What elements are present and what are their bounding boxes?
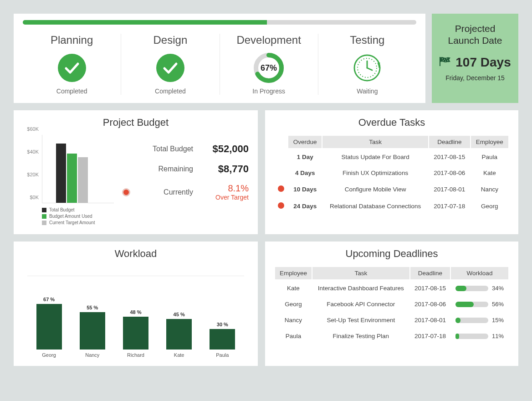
budget-legend: Total BudgetBudget Amount UsedCurrent Ta… <box>42 207 114 226</box>
workload-value: 48 % <box>118 309 154 315</box>
budget-bar <box>67 154 77 203</box>
top-row: Planning Completed Design Completed Deve… <box>14 14 518 103</box>
workload-value: 67 % <box>31 297 67 302</box>
upcoming-employee: Georg <box>275 296 312 312</box>
svg-point-15 <box>447 60 448 61</box>
phase-title: Design <box>125 34 215 46</box>
svg-point-1 <box>156 54 184 82</box>
over-target-text: Over Target <box>215 194 249 201</box>
overdue-employee: Nancy <box>471 181 509 198</box>
launch-days-row: 107 Days <box>436 55 514 70</box>
overdue-task: Status Update For Board <box>322 149 429 165</box>
budget-chart: $0K$20K$40K$60K Total BudgetBudget Amoun… <box>23 135 114 226</box>
alert-dot-icon <box>278 185 284 192</box>
upcoming-deadline: 2017-07-18 <box>410 328 450 344</box>
table-row: 10 Days Configure Mobile View 2017-08-01… <box>274 181 509 198</box>
check-icon <box>125 52 215 84</box>
upcoming-table: EmployeeTaskDeadlineWorkload Kate Intera… <box>274 266 509 344</box>
svg-line-8 <box>367 68 372 70</box>
legend-item: Current Target Amount <box>42 220 114 226</box>
workload-name: Richard <box>118 352 154 358</box>
overdue-deadline: 2017-07-18 <box>429 198 471 215</box>
upcoming-header: Workload <box>450 267 509 280</box>
bar <box>210 329 235 350</box>
svg-point-14 <box>445 61 446 62</box>
currently-label: Currently <box>136 188 193 196</box>
over-target-dot-icon <box>122 188 130 196</box>
workload-pill-fill <box>455 286 466 291</box>
phase-status: Waiting <box>322 87 413 95</box>
overdue-employee: Paula <box>471 149 509 165</box>
workload-bar: 55 % Nancy <box>74 305 111 358</box>
launch-title-line2: Launch Date <box>448 35 502 46</box>
upcoming-employee: Kate <box>275 280 312 296</box>
overdue-deadline: 2017-08-06 <box>429 165 471 181</box>
bar <box>123 317 148 350</box>
overdue-days: 4 Days <box>288 165 322 181</box>
budget-title: Project Budget <box>23 117 249 129</box>
phases-progress-fill <box>23 20 267 25</box>
bar <box>166 319 192 350</box>
workload-pill-fill <box>455 302 474 307</box>
upcoming-deadline: 2017-08-06 <box>410 296 450 312</box>
upcoming-workload: 34% <box>450 280 509 296</box>
check-icon <box>26 52 117 84</box>
svg-text:67%: 67% <box>261 63 277 72</box>
legend-label: Budget Amount Used <box>49 213 92 220</box>
bar <box>80 312 105 350</box>
overdue-task: Configure Mobile View <box>322 181 429 198</box>
overdue-days: 10 Days <box>288 181 322 198</box>
table-row: Paula Finalize Testing Plan 2017-07-18 1… <box>275 328 509 344</box>
upcoming-task: Finalize Testing Plan <box>312 328 410 344</box>
overdue-table: OverdueTaskDeadlineEmployee 1 Day Status… <box>274 135 509 215</box>
table-row: Georg Facebook API Connector 2017-08-06 … <box>275 296 509 312</box>
workload-pct: 11% <box>492 333 504 339</box>
overdue-header: Overdue <box>288 135 322 149</box>
legend-label: Total Budget <box>49 207 75 213</box>
phase-title: Testing <box>322 34 413 46</box>
legend-swatch <box>42 214 46 219</box>
overdue-employee: Kate <box>471 165 509 181</box>
workload-value: 55 % <box>74 305 111 310</box>
launch-title: Projected Launch Date <box>436 23 514 47</box>
legend-item: Total Budget <box>42 207 114 213</box>
launch-title-line1: Projected <box>455 23 496 34</box>
remaining-label: Remaining <box>122 165 193 173</box>
workload-card: Workload 67 % Georg 55 % Nancy 48 % Rich… <box>14 242 258 366</box>
overdue-deadline: 2017-08-01 <box>429 181 471 198</box>
workload-bar: 30 % Paula <box>204 322 240 358</box>
phases-progress <box>23 20 416 25</box>
table-row: 4 Days Finish UX Optimizations 2017-08-0… <box>274 165 509 181</box>
svg-point-13 <box>443 60 444 61</box>
overdue-card: Overdue Tasks OverdueTaskDeadlineEmploye… <box>265 110 518 234</box>
overdue-days: 1 Day <box>288 149 322 165</box>
workload-pill <box>455 334 488 339</box>
overdue-header: Task <box>322 135 429 149</box>
workload-pct: 15% <box>492 317 504 324</box>
upcoming-header: Task <box>312 267 410 280</box>
phase-status: In Progress <box>224 87 314 95</box>
overdue-header: Employee <box>471 135 509 149</box>
upcoming-workload: 11% <box>450 328 509 344</box>
flag-icon <box>439 56 452 69</box>
workload-pill <box>455 318 488 323</box>
launch-card: Projected Launch Date 107 Days Friday, D… <box>432 14 518 103</box>
budget-bar <box>56 144 66 203</box>
workload-value: 45 % <box>161 312 197 317</box>
total-budget-value: $52,000 <box>199 143 249 155</box>
legend-item: Budget Amount Used <box>42 213 114 220</box>
overdue-task: Finish UX Optimizations <box>322 165 429 181</box>
upcoming-task: Facebook API Connector <box>312 296 410 312</box>
over-target-pct: 8.1% <box>228 183 249 193</box>
budget-metrics: Total Budget $52,000 Remaining $8,770 Cu… <box>122 135 249 226</box>
overdue-header: Deadline <box>429 135 471 149</box>
workload-name: Nancy <box>74 352 111 358</box>
overdue-deadline: 2017-08-15 <box>429 149 471 165</box>
table-row: Kate Interactive Dashboard Features 2017… <box>275 280 509 296</box>
upcoming-card: Upcoming Deadlines EmployeeTaskDeadlineW… <box>265 242 518 366</box>
alert-dot-icon <box>278 202 284 209</box>
row-3: Workload 67 % Georg 55 % Nancy 48 % Rich… <box>14 242 518 366</box>
phase-title: Development <box>224 34 314 46</box>
overdue-title: Overdue Tasks <box>274 117 509 129</box>
phase-title: Planning <box>26 34 117 46</box>
